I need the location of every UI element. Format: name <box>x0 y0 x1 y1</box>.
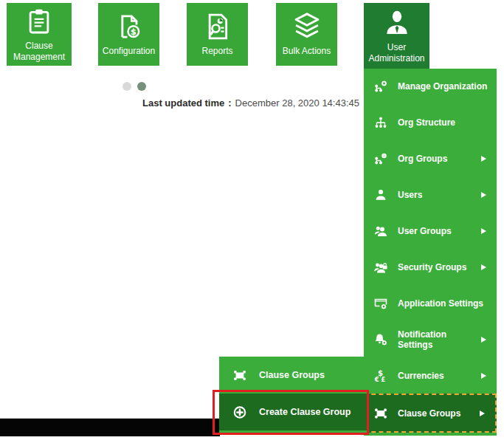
clause-groups-submenu: Clause Groups Create Clause Group <box>219 357 367 433</box>
user-administration-menu: Manage Organization Org Structure <box>364 69 497 436</box>
label-colon: : <box>228 97 231 109</box>
currency-icon: $ € £ <box>373 368 388 383</box>
org-gear-icon <box>373 79 388 94</box>
menu-item-security-groups[interactable]: Security Groups <box>364 250 497 286</box>
window-gear-icon <box>373 296 388 311</box>
stamp-icon <box>232 368 247 382</box>
menu-item-label: Currencies <box>398 371 444 381</box>
menu-item-user-groups[interactable]: User Groups <box>364 213 497 250</box>
tile-bulk-actions[interactable]: Bulk Actions <box>276 3 337 66</box>
menu-item-label: Application Settings <box>398 298 483 309</box>
last-updated-label: Last updated time <box>142 97 224 109</box>
menu-item-manage-organization[interactable]: Manage Organization <box>364 69 497 105</box>
tile-reports[interactable]: Reports <box>187 3 248 66</box>
people-icon <box>373 224 388 238</box>
svg-text:€: € <box>374 376 379 383</box>
carousel-dot[interactable] <box>122 82 131 91</box>
submenu-arrow-icon <box>481 192 486 198</box>
last-updated-value: December 28, 2020 14:43:45 <box>235 97 359 109</box>
submenu-item-clause-groups[interactable]: Clause Groups <box>219 357 367 394</box>
user-icon <box>382 7 412 38</box>
tile-label: Configuration <box>103 46 155 57</box>
tile-clause-management[interactable]: Clause Management <box>7 3 72 66</box>
submenu-item-create-clause-group[interactable]: Create Clause Group <box>219 394 367 430</box>
people-lock-icon <box>373 260 388 275</box>
submenu-item-label: Clause Groups <box>259 370 325 380</box>
svg-text:$: $ <box>130 27 136 37</box>
plus-circle-icon <box>232 405 247 419</box>
org-tree-icon <box>373 115 388 130</box>
menu-item-org-groups[interactable]: Org Groups <box>364 141 497 177</box>
tile-label: User Administration <box>364 42 429 65</box>
menu-item-org-structure[interactable]: Org Structure <box>364 105 497 141</box>
submenu-arrow-icon <box>481 337 486 343</box>
tile-user-administration[interactable]: User Administration <box>364 3 429 69</box>
tile-label: Clause Management <box>7 41 72 63</box>
submenu-arrow-icon <box>481 264 486 270</box>
menu-item-label: Org Groups <box>398 154 447 164</box>
menu-item-clause-groups[interactable]: Clause Groups <box>364 394 497 433</box>
redaction-bar <box>0 418 220 436</box>
tile-configuration[interactable]: $ Configuration <box>98 3 159 66</box>
submenu-arrow-icon <box>481 156 486 162</box>
menu-item-label: User Groups <box>398 226 452 236</box>
menu-item-label: Notification Settings <box>398 329 481 350</box>
menu-item-label: Clause Groups <box>398 408 460 419</box>
submenu-arrow-icon <box>481 373 486 379</box>
carousel-dot-active[interactable] <box>137 82 146 91</box>
tile-label: Bulk Actions <box>283 46 331 57</box>
submenu-item-label: Create Clause Group <box>259 407 351 417</box>
menu-item-label: Manage Organization <box>398 81 487 92</box>
menu-item-currencies[interactable]: $ € £ Currencies <box>364 357 497 394</box>
status-bar: Last updated time : December 28, 2020 14… <box>142 95 401 110</box>
menu-item-label: Users <box>398 190 422 200</box>
org-group-icon <box>373 151 388 166</box>
clipboard-icon <box>24 6 54 37</box>
svg-text:£: £ <box>381 376 385 383</box>
app-window: Clause Management $ Configuration <box>0 0 504 443</box>
submenu-arrow-icon <box>481 228 486 234</box>
document-sync-icon: $ <box>114 11 145 42</box>
submenu-arrow-icon <box>480 411 485 416</box>
menu-item-users[interactable]: Users <box>364 177 497 213</box>
bell-gear-icon <box>373 332 388 347</box>
menu-item-application-settings[interactable]: Application Settings <box>364 285 497 321</box>
tile-label: Reports <box>201 46 232 57</box>
menu-item-notification-settings[interactable]: Notification Settings <box>364 321 497 357</box>
menu-item-label: Security Groups <box>398 262 466 272</box>
person-icon <box>373 188 388 202</box>
menu-item-label: Org Structure <box>398 117 455 128</box>
stamp-icon <box>373 406 388 421</box>
layers-icon <box>290 11 324 42</box>
report-search-icon <box>202 11 233 42</box>
